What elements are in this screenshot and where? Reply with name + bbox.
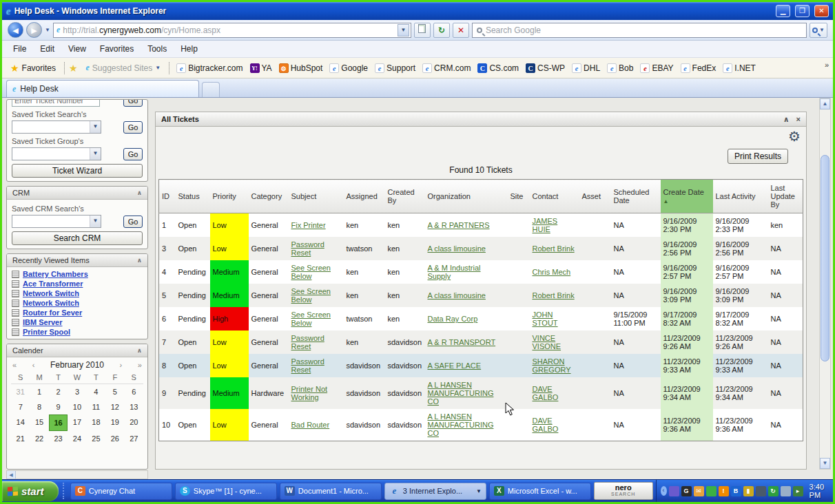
saved-ticket-group-select[interactable]: ▼ (12, 147, 101, 160)
subject-link[interactable]: Password Reset (291, 240, 324, 257)
contact-link[interactable]: Chris Mech (533, 268, 571, 276)
recent-item-link[interactable]: Network Switch (23, 289, 79, 297)
taskbar-button-word[interactable]: WDocument1 - Micro... (280, 483, 382, 500)
start-button[interactable]: start (2, 481, 59, 501)
column-header-assigned[interactable]: Assigned (344, 180, 385, 213)
organization-link[interactable]: A L HANSEN MANUFACTURING CO (428, 412, 494, 437)
refresh-button[interactable]: ↻ (433, 23, 450, 38)
ticket-row[interactable]: 7OpenLowGeneralPassword Resetkensdavidso… (159, 330, 803, 354)
scroll-up-icon[interactable]: ▲ (820, 98, 830, 109)
favorite-link[interactable]: eBob (604, 62, 636, 74)
calendar-day[interactable]: 7 (11, 399, 30, 414)
organization-link[interactable]: A L HANSEN MANUFACTURING CO (428, 381, 494, 406)
print-results-button[interactable]: Print Results (728, 149, 788, 164)
recent-item-link[interactable]: Network Switch (23, 299, 79, 307)
search-crm-button[interactable]: Search CRM (12, 231, 143, 245)
calendar-day[interactable]: 6 (125, 384, 143, 399)
recent-item-link[interactable]: Router for Sever (23, 308, 82, 317)
stop-button[interactable]: ✕ (453, 23, 469, 38)
taskbar-button-excel[interactable]: XMicrosoft Excel - w... (489, 483, 591, 500)
subject-link[interactable]: See Screen Below (291, 264, 331, 280)
calendar-day[interactable]: 8 (30, 399, 48, 414)
prev-month-icon[interactable]: ‹ (32, 361, 35, 369)
recent-item-link[interactable]: Ace Transformer (23, 280, 83, 288)
column-header-site[interactable]: Site (508, 180, 530, 213)
calendar-day[interactable]: 31 (11, 384, 30, 399)
sidebar-hscrollbar[interactable]: ◀ (6, 470, 148, 479)
address-dropdown[interactable]: ▼ (398, 24, 409, 36)
column-header-id[interactable]: ID (159, 180, 176, 213)
menu-tools[interactable]: Tools (141, 42, 174, 56)
calendar-day[interactable]: 5 (105, 384, 124, 399)
saved-ticket-search-go-button[interactable]: Go (123, 121, 143, 134)
search-options-dropdown[interactable]: ▼ (819, 27, 825, 33)
column-header-status[interactable]: Status (176, 180, 210, 213)
ticket-number-go-button[interactable]: Go (123, 99, 143, 107)
organization-link[interactable]: A class limousine (428, 244, 486, 253)
calendar-day[interactable]: 26 (105, 431, 124, 446)
tray-icon-network[interactable] (781, 486, 791, 496)
favorite-link[interactable]: eFedEx (678, 62, 719, 74)
calendar-day[interactable]: 11 (87, 399, 105, 414)
taskbar-button-ie[interactable]: e3 Internet Explo...▼ (384, 483, 486, 500)
calendar-day[interactable]: 17 (68, 414, 86, 431)
crm-panel-header[interactable]: CRM∧ (7, 187, 147, 200)
tray-icon-google[interactable]: G (681, 486, 692, 496)
restore-button[interactable]: ❐ (795, 5, 810, 17)
favorite-link[interactable]: eI.NET (720, 62, 759, 74)
recent-item[interactable]: Battery Chambers (10, 269, 144, 279)
recent-pages-dropdown[interactable]: ▼ (45, 27, 50, 33)
calendar-day[interactable]: 16 (49, 414, 68, 431)
calendar-day[interactable]: 24 (68, 431, 86, 446)
organization-link[interactable]: A class limousine (428, 291, 486, 300)
tray-icon-messenger[interactable] (669, 486, 679, 496)
column-header-last_update_by[interactable]: Last Update By (768, 180, 803, 213)
calendar-header[interactable]: Calender∧ (7, 344, 147, 357)
tray-icon-mail[interactable]: ✉ (694, 486, 704, 496)
search-input[interactable]: Search Google (472, 23, 807, 38)
contact-link[interactable]: JAMES HUIE (533, 217, 558, 233)
tray-icon-bluetooth[interactable]: B (731, 486, 741, 496)
tray-icon-display[interactable] (756, 486, 766, 496)
recently-viewed-header[interactable]: Recently Viewed Items∧ (7, 254, 147, 267)
column-header-category[interactable]: Category (249, 180, 289, 213)
recent-item[interactable]: Network Switch (10, 288, 144, 298)
subject-link[interactable]: Bad Router (291, 421, 330, 429)
recent-item-link[interactable]: IBM Server (23, 318, 62, 326)
recent-item[interactable]: IBM Server (10, 317, 144, 327)
collapse-icon[interactable]: ∧ (137, 189, 142, 196)
subject-link[interactable]: Password Reset (291, 357, 324, 374)
scrollbar-thumb[interactable] (821, 155, 829, 361)
recent-item-link[interactable]: Printer Spool (23, 328, 70, 336)
add-favorite-icon[interactable]: ★ (69, 63, 78, 74)
back-button[interactable]: ◀ (8, 22, 23, 38)
ticket-row[interactable]: 1OpenLowGeneralFix PrinterkenkenA & R PA… (159, 213, 803, 238)
calendar-day[interactable]: 12 (105, 399, 124, 414)
ticket-row[interactable]: 3OpenLowGeneralPassword ResettwatsonkenA… (159, 237, 803, 260)
ticket-wizard-button[interactable]: Ticket Wizard (12, 164, 143, 178)
collapse-icon[interactable]: ∧ (137, 257, 142, 264)
subject-link[interactable]: Fix Printer (291, 221, 326, 229)
scroll-left-icon[interactable]: ◀ (7, 471, 16, 479)
menu-edit[interactable]: Edit (33, 42, 61, 56)
contact-link[interactable]: VINCE VISONE (533, 334, 561, 350)
column-header-create_date[interactable]: Create Date ▲ (661, 180, 713, 213)
crm-go-button[interactable]: Go (123, 216, 143, 228)
column-header-contact[interactable]: Contact (530, 180, 579, 213)
calendar-day[interactable]: 14 (11, 414, 30, 431)
ticket-number-input[interactable] (12, 99, 100, 107)
contact-link[interactable]: DAVE GALBO (533, 417, 559, 433)
saved-ticket-group-go-button[interactable]: Go (123, 148, 143, 160)
suggested-sites-button[interactable]: eSuggested Sites▼ (81, 61, 165, 74)
calendar-day[interactable]: 1 (30, 384, 48, 399)
tray-chevron-icon[interactable]: ‹ (661, 486, 667, 496)
next-year-icon[interactable]: » (138, 361, 142, 369)
calendar-day[interactable]: 20 (125, 414, 143, 431)
saved-crm-search-select[interactable]: ▼ (12, 215, 101, 228)
menu-favorites[interactable]: Favorites (93, 42, 141, 56)
new-tab-button[interactable] (202, 82, 220, 97)
calendar-day[interactable]: 18 (87, 414, 105, 431)
column-header-priority[interactable]: Priority (210, 180, 249, 213)
column-header-asset[interactable]: Asset (579, 180, 611, 213)
calendar-day[interactable]: 4 (87, 384, 105, 399)
